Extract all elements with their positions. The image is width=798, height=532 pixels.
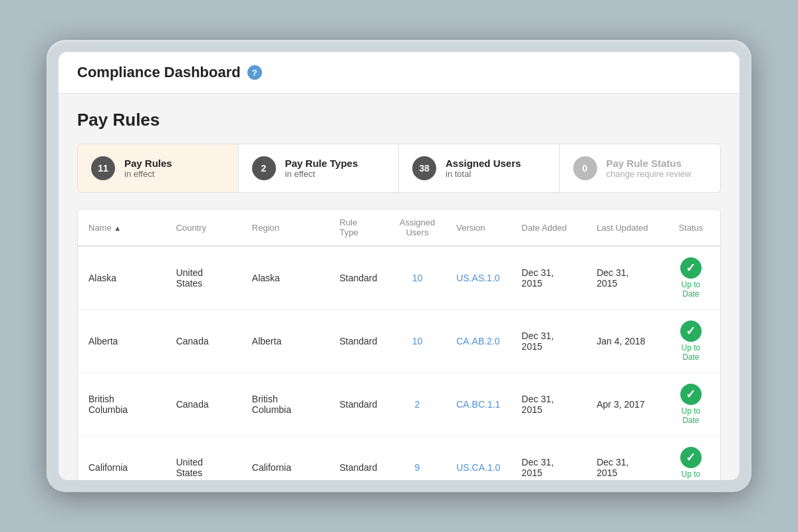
- version-link-0[interactable]: US.AS.1.0: [456, 273, 499, 283]
- stat-badge-pay-rule-types: 2: [252, 156, 276, 180]
- assigned-users-link-3[interactable]: 9: [415, 462, 420, 473]
- data-table-container: Name ▲ Country Region Rule Type Assigned…: [77, 209, 721, 480]
- cell-country-1: Canada: [166, 310, 241, 373]
- check-circle-1: ✓: [680, 321, 702, 342]
- col-header-rule-type[interactable]: Rule Type: [329, 209, 389, 246]
- cell-country-2: Canada: [166, 373, 241, 436]
- col-header-assigned-users[interactable]: Assigned Users: [389, 209, 446, 246]
- status-cell-2: ✓ Up to Date: [672, 384, 710, 425]
- col-header-country[interactable]: Country: [166, 209, 241, 246]
- cell-status-3: ✓ Up to Date: [662, 436, 720, 481]
- stat-badge-pay-rules: 11: [91, 156, 115, 180]
- cell-version-0[interactable]: US.AS.1.0: [446, 246, 511, 310]
- check-circle-3: ✓: [680, 447, 702, 468]
- screen: Compliance Dashboard ? Pay Rules 11 Pay …: [59, 52, 739, 480]
- cell-assigned-users-3[interactable]: 9: [389, 436, 446, 481]
- stat-sublabel-pay-rules: in effect: [124, 169, 225, 179]
- cell-last-updated-2: Apr 3, 2017: [586, 373, 661, 436]
- status-label-2: Up to Date: [672, 406, 710, 425]
- stat-card-pay-rules[interactable]: 11 Pay Rules in effect: [78, 144, 239, 192]
- cell-name-0: Alaska: [78, 246, 166, 310]
- col-header-version[interactable]: Version: [446, 209, 511, 246]
- content-area: Pay Rules 11 Pay Rules in effect 2 Pay R…: [59, 94, 739, 480]
- stat-label-assigned-users: Assigned Users: [446, 158, 546, 169]
- stat-sublabel-pay-rule-types: in effect: [285, 169, 386, 179]
- status-cell-1: ✓ Up to Date: [672, 321, 710, 362]
- cell-last-updated-3: Dec 31, 2015: [586, 436, 661, 481]
- version-link-3[interactable]: US.CA.1.0: [456, 462, 500, 473]
- cell-last-updated-0: Dec 31, 2015: [586, 246, 661, 310]
- stat-sublabel-pay-rule-status: change require review: [606, 169, 708, 179]
- sort-arrow-name: ▲: [114, 224, 121, 232]
- cell-country-0: United States: [166, 246, 241, 310]
- cell-region-2: British Columbia: [241, 373, 329, 436]
- stat-sublabel-assigned-users: in total: [446, 169, 546, 179]
- table-body: Alaska United States Alaska Standard 10 …: [78, 246, 720, 480]
- version-link-1[interactable]: CA.AB.2.0: [456, 336, 499, 346]
- status-label-0: Up to Date: [672, 280, 710, 299]
- version-link-2[interactable]: CA.BC.1.1: [456, 399, 500, 410]
- table-row: Alberta Canada Alberta Standard 10 CA.AB…: [78, 310, 720, 373]
- cell-version-1[interactable]: CA.AB.2.0: [446, 310, 511, 373]
- section-title: Pay Rules: [77, 110, 721, 130]
- cell-rule-type-1: Standard: [329, 310, 389, 373]
- col-header-assigned-line2: Users: [400, 227, 435, 237]
- table-row: California United States California Stan…: [78, 436, 720, 481]
- stat-label-pay-rule-status: Pay Rule Status: [606, 158, 708, 169]
- device-frame: Compliance Dashboard ? Pay Rules 11 Pay …: [47, 40, 751, 492]
- stat-label-pay-rule-types: Pay Rule Types: [285, 158, 386, 169]
- pay-rules-table: Name ▲ Country Region Rule Type Assigned…: [78, 209, 720, 480]
- cell-name-1: Alberta: [78, 310, 166, 373]
- stat-label-pay-rules: Pay Rules: [124, 158, 225, 169]
- status-cell-0: ✓ Up to Date: [672, 257, 710, 299]
- col-header-status[interactable]: Status: [662, 209, 720, 246]
- cell-rule-type-0: Standard: [329, 246, 389, 310]
- stat-badge-assigned-users: 38: [412, 156, 436, 180]
- dashboard-header: Compliance Dashboard ?: [59, 52, 739, 94]
- cell-status-0: ✓ Up to Date: [662, 246, 720, 310]
- status-cell-3: ✓ Up to Date: [672, 447, 710, 480]
- cell-region-1: Alberta: [241, 310, 329, 373]
- status-label-1: Up to Date: [672, 343, 710, 362]
- cell-date-added-3: Dec 31, 2015: [511, 436, 586, 481]
- cell-region-0: Alaska: [241, 246, 329, 310]
- check-circle-0: ✓: [680, 257, 702, 279]
- cell-last-updated-1: Jan 4, 2018: [586, 310, 661, 373]
- cell-date-added-1: Dec 31, 2015: [511, 310, 586, 373]
- assigned-users-link-2[interactable]: 2: [415, 399, 420, 410]
- cell-date-added-0: Dec 31, 2015: [511, 246, 586, 310]
- cell-region-3: California: [241, 436, 329, 481]
- cell-version-2[interactable]: CA.BC.1.1: [446, 373, 511, 436]
- cell-status-1: ✓ Up to Date: [662, 310, 720, 373]
- cell-assigned-users-0[interactable]: 10: [389, 246, 446, 310]
- stats-row: 11 Pay Rules in effect 2 Pay Rule Types …: [77, 144, 721, 193]
- cell-name-2: British Columbia: [78, 373, 166, 436]
- cell-date-added-2: Dec 31, 2015: [511, 373, 586, 436]
- col-header-assigned-line1: Assigned: [400, 217, 435, 227]
- assigned-users-link-0[interactable]: 10: [412, 273, 423, 283]
- cell-rule-type-2: Standard: [329, 373, 389, 436]
- col-header-last-updated[interactable]: Last Updated: [586, 209, 661, 246]
- cell-name-3: California: [78, 436, 166, 481]
- table-row: Alaska United States Alaska Standard 10 …: [78, 246, 720, 310]
- cell-version-3[interactable]: US.CA.1.0: [446, 436, 511, 481]
- help-icon[interactable]: ?: [247, 65, 262, 80]
- table-row: British Columbia Canada British Columbia…: [78, 373, 720, 436]
- stat-card-pay-rule-types[interactable]: 2 Pay Rule Types in effect: [239, 144, 400, 192]
- stat-card-assigned-users[interactable]: 38 Assigned Users in total: [399, 144, 560, 192]
- status-label-3: Up to Date: [672, 469, 710, 480]
- table-header-row: Name ▲ Country Region Rule Type Assigned…: [78, 209, 720, 246]
- col-header-name[interactable]: Name ▲: [78, 209, 166, 246]
- cell-status-2: ✓ Up to Date: [662, 373, 720, 436]
- dashboard-title: Compliance Dashboard: [77, 64, 241, 81]
- cell-country-3: United States: [166, 436, 241, 481]
- col-header-region[interactable]: Region: [241, 209, 329, 246]
- stat-badge-pay-rule-status: 0: [573, 156, 597, 180]
- col-header-date-added[interactable]: Date Added: [511, 209, 586, 246]
- check-circle-2: ✓: [680, 384, 702, 405]
- cell-assigned-users-2[interactable]: 2: [389, 373, 446, 436]
- cell-assigned-users-1[interactable]: 10: [389, 310, 446, 373]
- cell-rule-type-3: Standard: [329, 436, 389, 481]
- assigned-users-link-1[interactable]: 10: [412, 336, 423, 346]
- stat-card-pay-rule-status[interactable]: 0 Pay Rule Status change require review: [560, 144, 721, 192]
